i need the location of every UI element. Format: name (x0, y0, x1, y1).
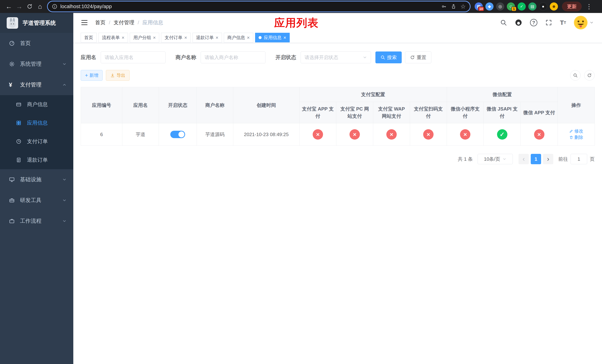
breadcrumb-separator: / (109, 20, 110, 26)
extensions-area: ▦ 10 ◆ ◎ ☺ 1 ✓ ▤ ● ☻ (475, 2, 558, 11)
extension-badge: 10 (478, 7, 484, 11)
disabled-icon: × (313, 129, 323, 139)
breadcrumb-payment[interactable]: 支付管理 (114, 19, 134, 26)
browser-home-icon[interactable]: ⌂ (35, 1, 45, 12)
search-icon (380, 55, 385, 60)
table-row: 6 芋道 芋道源码 2021-10-23 08:49:25 × × × × × … (81, 123, 595, 146)
tab-app-info[interactable]: 应用信息 × (255, 33, 290, 43)
status-select[interactable]: 请选择开启状态 (301, 52, 371, 63)
cell-alipay-pc: × (336, 123, 373, 146)
export-button[interactable]: 导出 (106, 70, 129, 81)
font-size-icon[interactable]: TT (560, 19, 566, 26)
tab-refund-orders[interactable]: 退款订单 × (193, 33, 222, 43)
help-icon[interactable]: ? (530, 19, 538, 26)
goto-page-input[interactable] (570, 154, 587, 164)
sidebar-item-workflow[interactable]: 工作流程 (0, 211, 73, 231)
user-menu[interactable] (574, 16, 594, 30)
sidebar-item-app-info[interactable]: 应用信息 (0, 114, 73, 132)
sidebar-item-pay-orders[interactable]: 支付订单 (0, 132, 73, 151)
share-icon[interactable] (451, 4, 456, 9)
sidebar-item-dev-tools[interactable]: 研发工具 (0, 190, 73, 211)
tab-label: 首页 (84, 35, 93, 41)
extension-icon-wechat[interactable]: ✓ (517, 2, 526, 11)
refresh-icon (587, 73, 592, 78)
close-icon[interactable]: × (153, 35, 156, 40)
col-group-alipay: 支付宝配置 (300, 87, 447, 102)
address-bar[interactable]: localhost:1024/pay/app ☆ (48, 1, 470, 11)
chevron-down-icon (62, 62, 67, 66)
github-icon[interactable] (515, 19, 522, 26)
app-name-input[interactable] (101, 52, 165, 63)
col-header-alipay-pc: 支付宝 PC 网站支付 (336, 102, 373, 123)
prev-page-button[interactable]: ‹ (518, 154, 529, 164)
col-header-wx-jsapi: 微信 JSAPI 支付 (484, 102, 521, 123)
tab-label: 退款订单 (196, 35, 214, 41)
merchant-name-input[interactable] (201, 52, 266, 63)
toggle-search-button[interactable] (570, 70, 580, 81)
url-text[interactable]: localhost:1024/pay/app (60, 4, 437, 10)
extension-icon-doc[interactable]: ▤ (528, 2, 537, 11)
browser-reload-icon[interactable] (24, 1, 35, 12)
export-button-label: 导出 (117, 72, 125, 78)
tab-home[interactable]: 首页 (81, 33, 97, 43)
bookmark-star-icon[interactable]: ☆ (460, 3, 466, 10)
sidebar-item-infra[interactable]: 基础设施 (0, 169, 73, 190)
sidebar-item-home[interactable]: 首页 (0, 33, 73, 54)
cell-alipay-app: × (300, 123, 336, 146)
edit-link[interactable]: 修改 (569, 128, 583, 134)
col-header-created: 创建时间 (233, 87, 300, 123)
search-button[interactable]: 搜索 (376, 52, 402, 63)
close-icon[interactable]: × (216, 35, 218, 40)
sidebar: 芋道管理系统 首页 系统管理 ¥ 支付管理 (0, 13, 73, 364)
tab-user-group[interactable]: 用户分组 × (130, 33, 159, 43)
chevron-down-icon (62, 198, 67, 203)
col-header-wx-mini: 微信小程序支付 (447, 102, 484, 123)
sidebar-item-merchant-info[interactable]: 商户信息 (0, 95, 73, 114)
sidebar-item-label: 退款订单 (27, 156, 48, 163)
extension-icon-emoji[interactable]: ☻ (550, 2, 558, 11)
add-button[interactable]: + 新增 (81, 70, 103, 81)
edit-label: 修改 (574, 128, 583, 134)
browser-update-button[interactable]: 更新 (562, 2, 582, 11)
tab-merchant-info[interactable]: 商户信息 × (224, 33, 253, 43)
page-content: 应用名 商户名称 开启状态 请选择开启状态 搜索 (73, 43, 602, 164)
extension-icon-globe[interactable]: ◎ (496, 2, 504, 11)
password-key-icon[interactable] (441, 4, 447, 9)
yen-icon: ¥ (9, 82, 20, 88)
cell-app-name: 芋道 (122, 123, 159, 146)
page-size-select[interactable]: 10条/页 (478, 154, 513, 164)
sidebar-item-payment[interactable]: ¥ 支付管理 (0, 75, 73, 95)
breadcrumb-home[interactable]: 首页 (95, 19, 106, 26)
cell-merchant: 芋道源码 (197, 123, 233, 146)
extension-icon-diamond[interactable]: ◆ (485, 2, 494, 11)
status-toggle-on[interactable] (170, 131, 185, 138)
tab-label: 流程表单 (102, 35, 120, 41)
close-icon[interactable]: × (184, 35, 187, 40)
sidebar-item-refund-orders[interactable]: 退款订单 (0, 151, 73, 169)
delete-link[interactable]: 删除 (569, 134, 583, 140)
close-icon[interactable]: × (122, 35, 124, 40)
extension-icon-puzzle[interactable]: ▦ 10 (475, 2, 483, 11)
reset-button[interactable]: 重置 (405, 52, 431, 63)
next-page-button[interactable]: › (543, 154, 553, 164)
site-info-icon[interactable] (52, 4, 57, 9)
browser-forward-icon[interactable]: → (14, 1, 24, 12)
sidebar-item-label: 支付管理 (20, 81, 42, 88)
sidebar-fold-icon[interactable] (79, 19, 90, 26)
sidebar-item-system[interactable]: 系统管理 (0, 54, 73, 75)
close-icon[interactable]: × (283, 35, 286, 40)
fullscreen-icon[interactable] (545, 19, 552, 26)
refresh-table-button[interactable] (584, 70, 595, 81)
sidebar-logo[interactable]: 芋道管理系统 (0, 13, 73, 33)
current-page-button[interactable]: 1 (531, 154, 541, 164)
tab-process-form[interactable]: 流程表单 × (98, 33, 128, 43)
browser-back-icon[interactable]: ← (4, 1, 14, 12)
col-header-alipay-wap: 支付宝 WAP 网站支付 (373, 102, 410, 123)
extension-icon-pin[interactable]: ● (539, 2, 547, 11)
goto-suffix: 页 (590, 156, 595, 162)
tab-pay-orders[interactable]: 支付订单 × (161, 33, 191, 43)
close-icon[interactable]: × (247, 35, 250, 40)
browser-menu-icon[interactable]: ⋮ (585, 3, 593, 10)
header-search-icon[interactable] (500, 19, 507, 26)
extension-icon-avatar[interactable]: ☺ 1 (507, 2, 515, 11)
